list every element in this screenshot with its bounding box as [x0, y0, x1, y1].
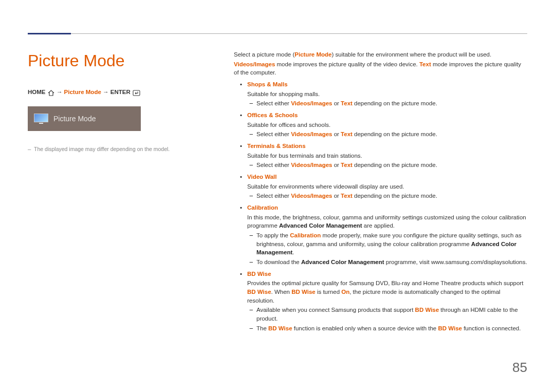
section-accent [28, 33, 71, 34]
mode-name: BD Wise [247, 270, 527, 278]
mode-sub: ‒ Available when you connect Samsung pro… [247, 306, 527, 323]
bullet-icon: • [240, 142, 242, 151]
videos-images-hl: Videos/Images [291, 131, 332, 137]
mode-name: Offices & Schools [247, 111, 527, 120]
bdwise-hl: BD Wise [415, 307, 439, 313]
mode-videowall: • Video Wall Suitable for environments w… [234, 173, 527, 200]
bullet-icon: • [240, 80, 242, 89]
videos-images-hl: Videos/Images [291, 100, 332, 106]
text: are applied. [362, 222, 395, 229]
text: or [332, 162, 341, 168]
text-hl: Text [341, 193, 353, 199]
mode-sub: ‒ Select either Videos/Images or Text de… [247, 130, 527, 139]
dash-icon: ― [28, 146, 31, 152]
breadcrumb-home: HOME [28, 89, 46, 95]
text: Select either [256, 162, 291, 168]
top-rule [28, 33, 527, 34]
mode-desc: Suitable for environments where videowal… [247, 182, 527, 191]
page-number: 85 [512, 358, 527, 378]
text: To download the [256, 259, 301, 265]
dash-icon: ‒ [249, 99, 253, 108]
text: or [332, 100, 341, 106]
videos-images-hl: Videos/Images [291, 162, 332, 168]
acm-bold: Advanced Color Management [301, 259, 384, 265]
mode-desc: In this mode, the brightness, colour, ga… [247, 213, 527, 230]
right-column: Select a picture mode (Picture Mode) sui… [234, 50, 527, 332]
mode-desc: Provides the optimal picture quality for… [247, 279, 527, 305]
text: Select either [256, 100, 291, 106]
breadcrumb-enter: ENTER [110, 89, 131, 95]
text: or [332, 193, 341, 199]
page-title: Picture Mode [28, 49, 197, 72]
home-icon [48, 88, 54, 97]
ui-preview: Picture Mode [28, 106, 141, 131]
breadcrumb-arrow-1: → [57, 89, 64, 95]
text-hl: Text [341, 162, 353, 168]
disclaimer-text: The displayed image may differ depending… [34, 146, 170, 152]
text: function is enabled only when a source d… [292, 325, 438, 331]
text-hl: Text [341, 131, 353, 137]
mode-calibration: • Calibration In this mode, the brightne… [234, 203, 527, 267]
mode-sub: ‒ Select either Videos/Images or Text de… [247, 192, 527, 200]
mode-bdwise: • BD Wise Provides the optimal picture q… [234, 270, 527, 333]
text: depending on the picture mode. [353, 131, 437, 137]
breadcrumb-arrow-2: → [103, 89, 110, 95]
videos-images-hl: Videos/Images [234, 61, 275, 67]
intro-line-1: Select a picture mode (Picture Mode) sui… [234, 50, 527, 59]
calibration-hl: Calibration [290, 232, 321, 238]
dash-icon: ‒ [249, 258, 253, 267]
mode-name: Terminals & Stations [247, 142, 527, 151]
text: ) suitable for the environment where the… [331, 51, 491, 58]
mode-sub: ‒ Select either Videos/Images or Text de… [247, 99, 527, 108]
text-hl: Text [341, 100, 353, 106]
bdwise-hl: BD Wise [438, 325, 462, 331]
mode-name: Shops & Malls [247, 80, 527, 89]
text-hl: Text [419, 61, 431, 67]
left-column: Picture Mode HOME → Picture Mode → ENTER… [28, 49, 197, 153]
text: Select either [256, 193, 291, 199]
text: Select either [256, 131, 291, 137]
bdwise-hl: BD Wise [291, 289, 316, 295]
on-hl: On [341, 289, 349, 295]
mode-offices: • Offices & Schools Suitable for offices… [234, 111, 527, 139]
bullet-icon: • [240, 111, 242, 120]
dash-icon: ‒ [249, 231, 253, 240]
text: is turned [316, 289, 342, 295]
dash-icon: ‒ [249, 161, 253, 170]
dash-icon: ‒ [249, 306, 253, 314]
text: Provides the optimal picture quality for… [247, 280, 523, 286]
bullet-icon: • [240, 270, 242, 278]
intro-line-2: Videos/Images mode improves the picture … [234, 60, 527, 77]
text: depending on the picture mode. [353, 193, 437, 199]
mode-name: Video Wall [247, 173, 527, 181]
text: or [332, 131, 341, 137]
mode-sub: ‒ To apply the Calibration mode properly… [247, 231, 527, 257]
text: depending on the picture mode. [353, 162, 437, 168]
bdwise-hl: BD Wise [247, 289, 271, 295]
text: . When [271, 289, 292, 295]
mode-desc: Suitable for bus terminals and train sta… [247, 152, 527, 160]
acm-bold: Advanced Color Management [279, 222, 362, 229]
preview-label: Picture Mode [53, 114, 96, 124]
dash-icon: ‒ [249, 130, 253, 139]
disclaimer: ― The displayed image may differ dependi… [28, 145, 197, 153]
enter-icon [133, 88, 140, 97]
text: Available when you connect Samsung produ… [256, 307, 415, 313]
dash-icon: ‒ [249, 324, 253, 333]
breadcrumb: HOME → Picture Mode → ENTER [28, 88, 197, 97]
breadcrumb-picture-mode: Picture Mode [64, 89, 101, 95]
text: Select a picture mode ( [234, 51, 294, 58]
mode-sub: ‒ The BD Wise function is enabled only w… [247, 324, 527, 333]
text: programme, visit www.samsung.com/display… [384, 259, 527, 265]
text: mode improves the picture quality of the… [275, 61, 419, 67]
mode-desc: Suitable for offices and schools. [247, 121, 527, 129]
mode-sub: ‒ Select either Videos/Images or Text de… [247, 161, 527, 170]
text: . [292, 249, 294, 255]
picture-mode-hl: Picture Mode [294, 51, 331, 58]
mode-desc: Suitable for shopping malls. [247, 90, 527, 99]
text: The [256, 325, 268, 331]
bdwise-hl: BD Wise [268, 325, 292, 331]
text: To apply the [256, 232, 290, 238]
videos-images-hl: Videos/Images [291, 193, 332, 199]
mode-list: • Shops & Malls Suitable for shopping ma… [234, 80, 527, 332]
